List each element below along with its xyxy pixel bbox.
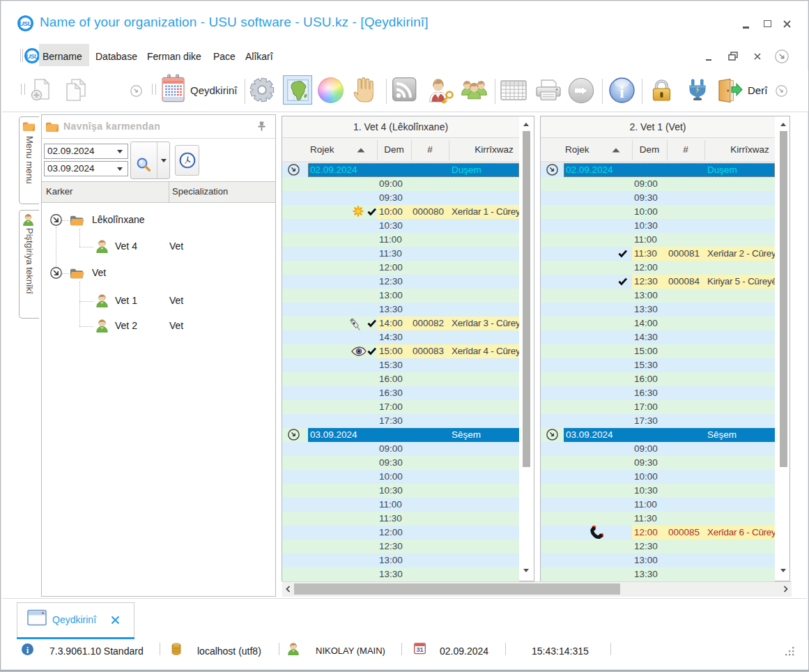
svg-text:USU: USU [26,53,39,60]
svg-text:i: i [619,84,624,101]
svg-text:31: 31 [416,646,423,653]
svg-text:i: i [26,646,29,655]
svg-text:USU: USU [19,20,33,27]
